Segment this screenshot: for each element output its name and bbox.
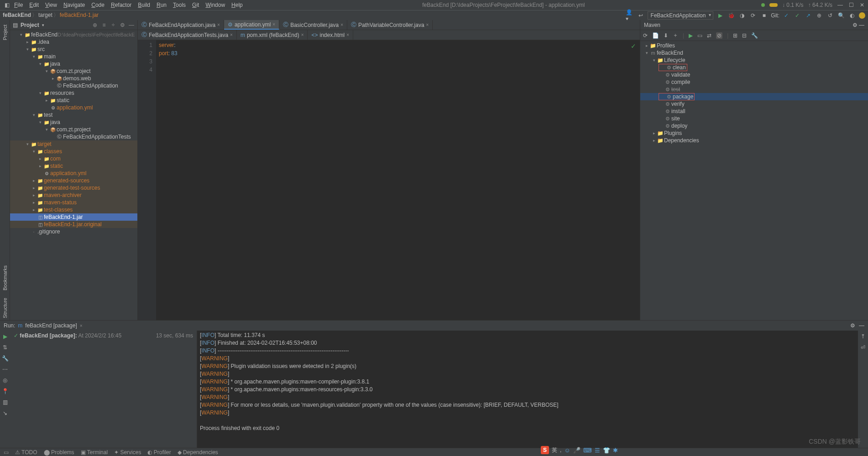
maven-node-clean[interactable]: ⚙clean	[640, 64, 868, 71]
maven-tree[interactable]: ▸📁Profiles▾mfeBackEnd▾📁Lifecycle⚙clean⚙v…	[640, 41, 868, 320]
soft-wrap-icon[interactable]: ⏎	[861, 344, 865, 351]
maven-add-icon[interactable]: ＋	[673, 31, 678, 39]
tree-node[interactable]: ▸📁.idea	[10, 38, 137, 46]
maven-generate-icon[interactable]: 📄	[652, 32, 659, 39]
tree-node[interactable]: ▾📦com.zt.project	[10, 126, 137, 133]
collapse-icon[interactable]: ÷	[110, 22, 116, 28]
locate-icon[interactable]: ⊕	[92, 22, 98, 28]
tree-node[interactable]: ◫feBackEnd-1.jar	[10, 213, 137, 221]
status-item[interactable]: ⚠ TODO	[15, 449, 37, 456]
tree-node[interactable]: ▾📁src	[10, 46, 137, 53]
maven-show-deps-icon[interactable]: ⊞	[733, 32, 737, 39]
maven-download-icon[interactable]: ⬇	[664, 32, 668, 39]
tree-node[interactable]: ▾📁main	[10, 53, 137, 60]
tree-node[interactable]: ▾📦com.zt.project	[10, 67, 137, 75]
maven-options-icon[interactable]: ⚙	[852, 22, 858, 28]
debug-icon[interactable]: 🐞	[727, 11, 735, 20]
run-filter-icon[interactable]: ⋯	[2, 366, 8, 373]
menu-tools[interactable]: Tools	[170, 2, 189, 8]
breadcrumb[interactable]: feBackEnd〉target〉feBackEnd-1.jar	[3, 11, 99, 19]
user-icon[interactable]: 👤▾	[626, 11, 634, 20]
status-item[interactable]: ⬤ Problems	[44, 449, 74, 456]
inspection-ok-icon[interactable]: ✓	[631, 42, 636, 50]
coverage-icon[interactable]: ◑	[738, 11, 746, 20]
tree-node[interactable]: ▸📁maven-archiver	[10, 192, 137, 199]
ime-bar[interactable]: S英, ☺🎤⌨☰👕✱	[541, 446, 618, 454]
tree-node[interactable]: ▾📁target	[10, 140, 137, 148]
editor-tab[interactable]: ⒸBasicController.java×	[279, 20, 347, 30]
tree-node[interactable]: ▾📁resources	[10, 89, 137, 97]
maven-node-site[interactable]: ⚙site	[640, 115, 868, 122]
maven-run-icon[interactable]: ▶	[689, 32, 693, 39]
options-icon[interactable]: ⚙	[119, 22, 125, 28]
tree-node[interactable]: ▸📦demos.web	[10, 75, 137, 82]
maven-node-lifecycle[interactable]: ▾📁Lifecycle	[640, 57, 868, 64]
minimize-icon[interactable]: —	[837, 2, 843, 8]
gutter-structure[interactable]: Structure	[2, 296, 8, 320]
git-revert-icon[interactable]: ↺	[826, 11, 834, 20]
maven-node-febackend[interactable]: ▾mfeBackEnd	[640, 49, 868, 57]
maximize-icon[interactable]: ☐	[848, 2, 854, 8]
maven-node-profiles[interactable]: ▸📁Profiles	[640, 42, 868, 49]
run-icon[interactable]: ▶	[716, 11, 724, 20]
git-commit-icon[interactable]: ✓	[793, 11, 801, 20]
status-item[interactable]: ▣ Terminal	[81, 449, 108, 456]
run-tab-close-icon[interactable]: ×	[80, 323, 83, 328]
menu-build[interactable]: Build	[135, 2, 153, 8]
notifications-icon[interactable]	[859, 12, 865, 19]
editor-tabs-row2[interactable]: ⒸFeBackEndApplicationTests.java×mpom.xml…	[138, 30, 640, 40]
menu-view[interactable]: View	[42, 2, 60, 8]
run-output[interactable]: [INFO] Total time: 11.374 s[INFO] Finish…	[197, 331, 858, 448]
maven-reload-icon[interactable]: ⟳	[643, 32, 648, 39]
status-item[interactable]: ▭	[4, 449, 9, 456]
tree-node[interactable]: ▾📁java	[10, 60, 137, 67]
maven-toggle-icon[interactable]: ⇄	[707, 32, 711, 39]
profile-icon[interactable]: ⟳	[749, 11, 757, 20]
run-pin-icon[interactable]: 📍	[2, 388, 9, 394]
run-wrench-icon[interactable]: 🔧	[2, 355, 9, 362]
maven-node-install[interactable]: ⚙install	[640, 108, 868, 115]
maven-node-plugins[interactable]: ▸📁Plugins	[640, 130, 868, 137]
expand-icon[interactable]: ≡	[101, 22, 107, 28]
run-tab[interactable]: feBackEnd [package]	[25, 322, 77, 329]
rerun-icon[interactable]: ▶	[3, 333, 7, 340]
tree-node[interactable]: ⚙application.yml	[10, 104, 137, 111]
status-item[interactable]: ◐ Profiler	[147, 449, 171, 456]
tree-node[interactable]: ▸📁com	[10, 155, 137, 162]
maven-node-verify[interactable]: ⚙verify	[640, 100, 868, 108]
run-config-combo[interactable]: FeBackEndApplication	[648, 11, 714, 20]
menu-window[interactable]: Window	[202, 2, 228, 8]
maven-collapse-icon[interactable]: ⊟	[742, 32, 747, 39]
stop-icon[interactable]: ■	[760, 11, 768, 20]
tree-node[interactable]: ⒸFeBackEndApplication	[10, 82, 137, 89]
tree-node[interactable]: ▾📁classes	[10, 148, 137, 155]
tree-node[interactable]: ▾📁java	[10, 119, 137, 126]
scroll-top-icon[interactable]: ⤒	[861, 333, 865, 340]
editor-tab[interactable]: ⒸFeBackEndApplicationTests.java×	[138, 30, 237, 40]
run-options-icon[interactable]: ⚙	[850, 322, 855, 329]
tree-node[interactable]: ▾📁feBackEnd D:\IdeaProjects\FeProject\fe…	[10, 31, 137, 38]
menu-run[interactable]: Run	[153, 2, 170, 8]
maven-execute-icon[interactable]: ▭	[697, 32, 702, 39]
run-layout-icon[interactable]: ▥	[3, 399, 8, 405]
status-item[interactable]: ◆ Dependencies	[178, 449, 218, 456]
editor-tab[interactable]: mpom.xml (feBackEnd)×	[237, 30, 308, 40]
run-target-icon[interactable]: ◎	[3, 377, 7, 383]
tree-node[interactable]: ▸📁static	[10, 97, 137, 104]
tree-node[interactable]: ▸📁generated-test-sources	[10, 184, 137, 192]
tree-node[interactable]: ▸📁generated-sources	[10, 177, 137, 184]
maven-settings-icon[interactable]: 🔧	[751, 32, 758, 39]
menu-help[interactable]: Help	[228, 2, 246, 8]
maven-node-deploy[interactable]: ⚙deploy	[640, 122, 868, 130]
hide-icon[interactable]: —	[128, 22, 135, 28]
maven-node-dependencies[interactable]: ▸📁Dependencies	[640, 137, 868, 144]
maven-node-validate[interactable]: ⚙validate	[640, 71, 868, 78]
run-attach-icon[interactable]: ⇅	[3, 344, 7, 351]
editor-tab[interactable]: <>index.html×	[308, 30, 353, 40]
tree-node[interactable]: ▸📁test-classes	[10, 206, 137, 213]
maven-node-package[interactable]: ⚙package	[640, 93, 868, 100]
tree-node[interactable]: ⚙application.yml	[10, 170, 137, 177]
run-hide-icon[interactable]: —	[859, 322, 864, 329]
menu-refactor[interactable]: Refactor	[108, 2, 135, 8]
tree-node[interactable]: ◦.gitignore	[10, 228, 137, 235]
